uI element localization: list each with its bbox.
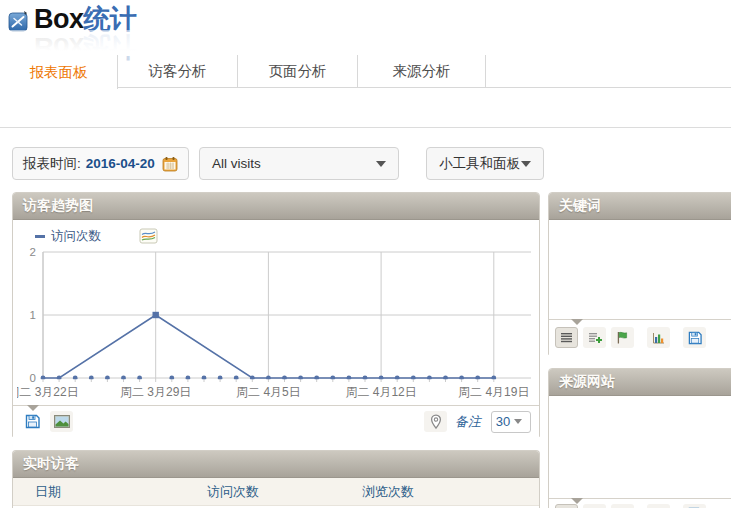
export-data-icon[interactable] [21,411,44,432]
caret-down-icon [376,161,386,167]
tab-visitor-analysis[interactable]: 访客分析 [118,55,238,88]
table-more-columns-icon[interactable] [583,327,606,348]
segment-selector[interactable]: All visits [199,147,399,180]
widget-realtime-visitors: 实时访客 日期 访问次数 浏览次数 [12,450,540,508]
svg-text:1: 1 [30,309,36,321]
table-view-icon[interactable] [555,327,578,348]
svg-text:周二 3月29日: 周二 3月29日 [120,385,191,399]
widget-realtime-header[interactable]: 实时访客 [13,451,539,478]
widgets-menu-label: 小工具和面板 [439,155,520,173]
widget-visitor-trend-header[interactable]: 访客趋势图 [13,193,539,220]
date-label: 报表时间: [23,155,81,173]
date-range-selector[interactable]: 报表时间: 2016-04-20 [12,147,189,180]
svg-text:周二 3月22日: 周二 3月22日 [17,385,79,399]
svg-text:周二 4月19日: 周二 4月19日 [458,385,529,399]
bar-chart-view-icon[interactable] [647,504,670,508]
point-count-value: 30 [496,414,510,429]
goals-flag-icon[interactable] [611,504,634,508]
tab-referrer-analysis[interactable]: 来源分析 [358,55,486,88]
bar-chart-view-icon[interactable] [647,327,670,348]
view-selector-triangle-icon [571,498,583,504]
widget-referrer-websites: 来源网站 [548,368,731,508]
segment-value: All visits [212,156,261,171]
export-image-icon[interactable] [50,411,73,432]
legend-series-label[interactable]: 访问次数 [51,228,101,245]
export-data-icon[interactable] [683,327,706,348]
view-selector-triangle-icon [571,319,583,325]
logo-reflection-fade [0,30,220,56]
report-toolbar: 报表时间: 2016-04-20 All visits 小工具和面板 [12,147,544,180]
widget-title: 实时访客 [23,455,79,473]
widgets-and-dashboard-menu[interactable]: 小工具和面板 [426,147,544,180]
main-nav-tabs: 报表面板 访客分析 页面分析 来源分析 [0,55,731,88]
widget-visitor-trend: 访客趋势图 访问次数 012周二 3月22日周二 3月29日周二 4月5日周二 … [12,192,540,437]
svg-text:0: 0 [30,372,36,384]
right-widget-column: 关键词 [548,192,731,508]
svg-text:2: 2 [30,246,36,258]
column-header-pageviews[interactable]: 浏览次数 [362,483,512,501]
tab-page-analysis[interactable]: 页面分析 [238,55,358,88]
dashboard-page: Box统计 Box统计 报表面板 访客分析 页面分析 来源分析 报表时间: 20… [0,0,731,508]
keywords-footer [549,319,731,355]
caret-down-icon [521,161,531,167]
realtime-table-header: 日期 访问次数 浏览次数 [13,478,539,506]
visitor-trend-chart[interactable]: 012周二 3月22日周二 3月29日周二 4月5日周二 4月12日周二 4月1… [17,244,537,404]
caret-down-icon [514,419,522,424]
chart-legend: 访问次数 [13,220,539,244]
widget-keywords: 关键词 [548,192,731,355]
metrics-picker-icon[interactable] [139,228,158,244]
widget-title: 关键词 [559,197,601,215]
widget-title: 来源网站 [559,373,615,391]
goals-flag-icon[interactable] [611,327,634,348]
referrers-footer [549,498,731,508]
annotations-link[interactable]: 备注 [455,413,481,431]
widget-referrers-header[interactable]: 来源网站 [549,369,731,396]
table-more-columns-icon[interactable] [583,504,606,508]
date-value: 2016-04-20 [86,156,155,171]
widget-keywords-header[interactable]: 关键词 [549,193,731,220]
svg-text:周二 4月12日: 周二 4月12日 [345,385,416,399]
chart-footer: 备注 30 [13,405,539,437]
column-header-visits[interactable]: 访问次数 [207,483,362,501]
box-logo-icon [8,10,30,32]
widget-title: 访客趋势图 [23,197,93,215]
table-view-icon[interactable] [555,504,578,508]
export-data-icon[interactable] [683,504,706,508]
annotations-pin-icon[interactable] [424,411,447,432]
column-header-date[interactable]: 日期 [13,483,207,501]
legend-series-swatch [35,235,45,238]
svg-text:周二 4月5日: 周二 4月5日 [236,385,301,399]
header-divider [0,127,731,128]
calendar-icon [162,156,178,172]
point-count-select[interactable]: 30 [491,411,531,433]
view-selector-triangle-icon [27,405,39,411]
tab-report-dashboard[interactable]: 报表面板 [0,55,118,89]
